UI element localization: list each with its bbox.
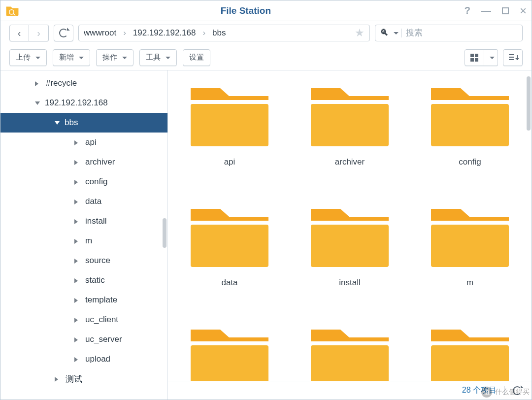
folder-item[interactable]: source — [188, 321, 271, 381]
search-input[interactable] — [405, 28, 517, 38]
create-button[interactable]: 新增 — [53, 49, 90, 66]
tree-item-label: m — [85, 236, 92, 246]
file-station-window: File Station ? — × ‹ › wwwroot › 192.192… — [0, 0, 532, 400]
scrollbar[interactable] — [527, 76, 531, 131]
folder-icon — [188, 321, 271, 381]
tree-item[interactable]: config — [0, 172, 167, 192]
folder-item[interactable]: static — [308, 321, 392, 381]
tree-item[interactable]: template — [0, 290, 167, 310]
folder-item[interactable]: install — [308, 200, 392, 288]
folder-label: archiver — [335, 157, 365, 167]
tree-item-label: 192.192.192.168 — [45, 98, 108, 108]
favorite-star-icon[interactable]: ★ — [355, 27, 365, 39]
folder-label: install — [339, 278, 360, 288]
tree-item-label: 测试 — [66, 373, 82, 385]
tree-item-label: upload — [85, 354, 110, 364]
path-segment[interactable]: bbs — [212, 28, 226, 38]
chevron-right-icon[interactable] — [74, 357, 80, 362]
sort-button[interactable] — [503, 49, 523, 66]
tree-item[interactable]: uc_client — [0, 310, 167, 330]
tree-item-label: data — [85, 197, 101, 206]
maximize-icon[interactable] — [502, 7, 509, 14]
folder-item[interactable]: config — [428, 79, 512, 167]
help-icon[interactable]: ? — [465, 5, 470, 16]
status-refresh-icon[interactable] — [513, 386, 522, 395]
tools-button[interactable]: 工具 — [139, 49, 177, 66]
chevron-down-icon[interactable] — [35, 101, 40, 107]
tree-item[interactable]: data — [0, 192, 167, 211]
tree-item-label: template — [85, 295, 117, 305]
path-segment[interactable]: 192.192.192.168 — [133, 28, 196, 38]
reload-icon — [59, 29, 68, 37]
forward-button[interactable]: › — [29, 25, 49, 41]
chevron-left-icon: ‹ — [18, 28, 21, 39]
reload-button[interactable] — [54, 25, 73, 41]
search-icon: 🔍︎ — [380, 28, 389, 38]
path-bar[interactable]: wwwroot › 192.192.192.168 › bbs ★ — [78, 25, 370, 41]
chevron-right-icon[interactable] — [74, 259, 80, 264]
tree-item[interactable]: 192.192.192.168 — [0, 93, 167, 113]
chevron-down-icon[interactable] — [55, 121, 60, 127]
file-grid[interactable]: apiarchiverconfigdatainstallmsourcestati… — [168, 70, 532, 381]
chevron-right-icon[interactable] — [74, 200, 80, 204]
folder-icon — [428, 200, 512, 269]
chevron-right-icon[interactable] — [74, 180, 80, 185]
chevron-right-icon[interactable] — [74, 337, 80, 342]
tree-item[interactable]: archiver — [0, 152, 167, 172]
action-button[interactable]: 操作 — [96, 49, 133, 66]
view-dropdown[interactable] — [484, 49, 498, 66]
folder-item[interactable]: m — [428, 200, 512, 288]
search-bar[interactable]: 🔍︎ — [375, 25, 523, 41]
tree-item[interactable]: static — [0, 270, 167, 290]
tree-item[interactable]: m — [0, 231, 167, 251]
folder-item[interactable]: data — [188, 200, 271, 288]
folder-icon — [188, 79, 271, 148]
grid-view-button[interactable] — [465, 49, 484, 66]
grid-icon — [470, 54, 478, 62]
folder-item[interactable]: api — [188, 79, 271, 167]
tree-item-label: source — [85, 256, 110, 266]
upload-button[interactable]: 上传 — [9, 49, 47, 66]
chevron-right-icon[interactable] — [35, 81, 41, 86]
tree-item-label: static — [85, 275, 105, 285]
chevron-right-icon[interactable] — [74, 140, 80, 145]
minimize-icon[interactable]: — — [481, 5, 491, 16]
chevron-right-icon[interactable] — [74, 318, 80, 323]
folder-tree[interactable]: #recycle192.192.192.168bbsapiarchivercon… — [0, 70, 168, 400]
path-segment[interactable]: wwwroot — [84, 28, 116, 38]
location-bar: ‹ › wwwroot › 192.192.192.168 › bbs ★ 🔍︎ — [0, 21, 532, 45]
tree-item[interactable]: source — [0, 251, 167, 270]
tree-item-label: api — [85, 137, 97, 147]
tree-item[interactable]: bbs — [0, 113, 167, 133]
tree-item[interactable]: #recycle — [0, 73, 167, 93]
tree-item-label: uc_client — [85, 315, 118, 325]
folder-label: m — [466, 278, 473, 288]
close-icon[interactable]: × — [520, 4, 527, 18]
folder-icon — [428, 79, 512, 148]
folder-icon — [428, 321, 512, 381]
folder-item[interactable]: archiver — [308, 79, 392, 167]
folder-label: config — [459, 157, 481, 167]
tree-item-label: bbs — [65, 118, 78, 128]
chevron-right-icon[interactable] — [74, 298, 80, 303]
tree-item[interactable]: upload — [0, 349, 167, 369]
chevron-right-icon[interactable] — [74, 239, 80, 244]
folder-label: api — [224, 157, 235, 167]
tree-item[interactable]: api — [0, 133, 167, 152]
chevron-right-icon[interactable] — [74, 219, 80, 224]
chevron-right-icon[interactable] — [74, 278, 80, 283]
tree-item-label: archiver — [85, 157, 115, 167]
tree-item[interactable]: install — [0, 211, 167, 231]
item-count: 28 个项目 — [462, 385, 497, 396]
scrollbar[interactable] — [163, 218, 166, 248]
folder-item[interactable]: template — [428, 321, 512, 381]
chevron-right-icon[interactable] — [55, 377, 61, 382]
chevron-right-icon: › — [37, 28, 40, 39]
back-button[interactable]: ‹ — [9, 25, 29, 41]
tree-item[interactable]: uc_server — [0, 330, 167, 349]
chevron-right-icon[interactable] — [74, 160, 80, 165]
settings-button[interactable]: 设置 — [183, 49, 210, 66]
search-scope-dropdown[interactable] — [392, 28, 399, 38]
titlebar: File Station ? — × — [0, 0, 532, 21]
tree-item[interactable]: 测试 — [0, 369, 167, 389]
